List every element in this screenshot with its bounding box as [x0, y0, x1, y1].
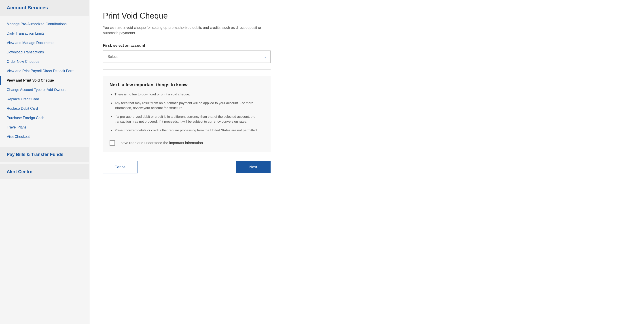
pay-bills-label: Pay Bills & Transfer Funds [7, 152, 63, 157]
alert-centre-label: Alert Centre [7, 169, 32, 174]
sidebar-item-change-account[interactable]: Change Account Type or Add Owners [0, 85, 89, 94]
account-services-title: Account Services [7, 5, 48, 10]
sidebar-item-daily-limits[interactable]: Daily Transaction Limits [0, 29, 89, 38]
account-select[interactable]: Select ...Chequing Account - 1234Savings… [103, 50, 270, 63]
info-bullet-1: There is no fee to download or print a v… [114, 92, 264, 97]
info-box-title: Next, a few important things to know [110, 82, 264, 87]
sidebar-item-foreign-cash[interactable]: Purchase Foreign Cash [0, 113, 89, 123]
info-bullet-3: If a pre-authorized debit or credit is i… [114, 114, 264, 124]
info-bullet-2: Any fees that may result from an automat… [114, 101, 264, 111]
main-content: Print Void Cheque You can use a void che… [90, 0, 644, 324]
sidebar-pay-bills-section[interactable]: Pay Bills & Transfer Funds [0, 147, 89, 162]
page-description: You can use a void cheque for setting up… [103, 25, 270, 36]
page-container: Account Services Manage Pre-Authorized C… [0, 0, 644, 324]
info-list: There is no fee to download or print a v… [110, 92, 264, 133]
next-button[interactable]: Next [236, 161, 270, 173]
sidebar-item-download-transactions[interactable]: Download Transactions [0, 48, 89, 57]
sidebar: Account Services Manage Pre-Authorized C… [0, 0, 90, 324]
sidebar-items: Manage Pre-Authorized Contributions Dail… [0, 16, 89, 145]
sidebar-item-replace-debit[interactable]: Replace Debit Card [0, 104, 89, 113]
sidebar-alert-centre-section[interactable]: Alert Centre [0, 164, 89, 179]
sidebar-item-void-cheque: View and Print Void Cheque [0, 76, 89, 85]
section-divider [103, 69, 270, 70]
sidebar-section-header: Account Services [0, 0, 89, 16]
account-select-wrapper: Select ...Chequing Account - 1234Savings… [103, 50, 270, 63]
action-row: Cancel Next [103, 161, 270, 173]
sidebar-item-payroll-form[interactable]: View and Print Payroll Direct Deposit Fo… [0, 66, 89, 76]
sidebar-item-visa-checkout[interactable]: Visa Checkout [0, 132, 89, 141]
info-box: Next, a few important things to know The… [103, 76, 270, 152]
info-bullet-4: Pre-authorized debits or credits that re… [114, 128, 264, 133]
acknowledge-checkbox[interactable] [110, 140, 115, 146]
page-title: Print Void Cheque [103, 11, 630, 20]
cancel-button[interactable]: Cancel [103, 161, 138, 173]
checkbox-row: I have read and understood the important… [110, 138, 264, 146]
sidebar-item-order-cheques[interactable]: Order New Cheques [0, 57, 89, 66]
sidebar-item-manage-contributions[interactable]: Manage Pre-Authorized Contributions [0, 19, 89, 29]
checkbox-label[interactable]: I have read and understood the important… [118, 141, 203, 145]
select-section-label: First, select an account [103, 43, 630, 48]
sidebar-item-view-documents[interactable]: View and Manage Documents [0, 38, 89, 48]
sidebar-item-travel-plans[interactable]: Travel Plans [0, 123, 89, 132]
sidebar-item-replace-credit[interactable]: Replace Credit Card [0, 94, 89, 104]
